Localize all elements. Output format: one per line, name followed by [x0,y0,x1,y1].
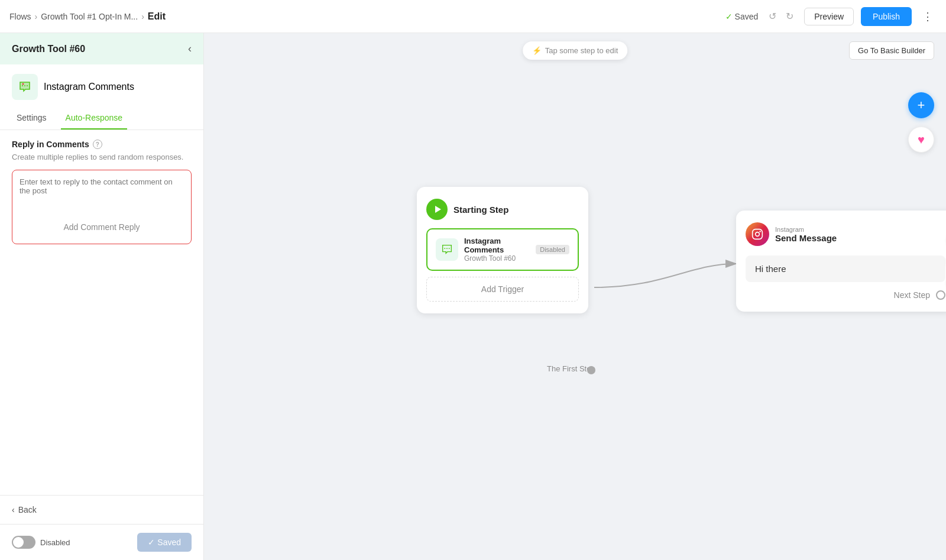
sidebar-footer: Disabled ✓ Saved [0,524,203,560]
saved-indicator: ✓ Saved [725,12,759,21]
starting-step-card: Starting Step Instagram Comments Growth … [417,187,588,313]
send-message-header: Instagram Send Message [746,222,945,246]
sidebar-icon-row: Instagram Comments [0,64,203,100]
svg-point-8 [446,248,448,249]
add-trigger-button[interactable]: Add Trigger [426,277,579,302]
sidebar-tabs: Settings Auto-Response [0,107,203,130]
svg-point-3 [27,85,28,86]
tab-settings[interactable]: Settings [12,107,51,130]
topbar-right: ✓ Saved ↺ ↻ Preview Publish ⋮ [725,7,937,26]
breadcrumb-edit: Edit [148,11,166,22]
toggle-thumb [13,537,24,548]
ig-comments-card[interactable]: Instagram Comments Growth Tool #60 Disab… [426,228,579,271]
back-label: Back [18,505,37,514]
disabled-badge: Disabled [536,245,569,254]
canvas-hint: ⚡ Tap some step to edit [523,41,628,60]
sidebar-header: Growth Tool #60 ‹ [0,33,203,64]
disabled-toggle[interactable] [12,536,35,549]
send-msg-info: Instagram Send Message [775,226,837,243]
more-options-button[interactable]: ⋮ [919,8,937,25]
instagram-comments-label: Instagram Comments [44,82,134,92]
breadcrumb-flows[interactable]: Flows [9,12,31,21]
send-msg-title: Send Message [775,233,837,243]
svg-point-11 [756,232,760,237]
favorite-button[interactable]: ♥ [908,127,934,153]
add-step-fab[interactable]: + [908,92,934,118]
canvas: ⚡ Tap some step to edit Go To Basic Buil… [204,33,946,560]
tap-hint-label: Tap some step to edit [545,46,618,55]
svg-rect-10 [753,229,763,239]
preview-button[interactable]: Preview [804,8,854,25]
svg-point-4 [22,83,24,85]
ig-card-sub: Growth Tool #60 [464,254,530,263]
next-step-row: Next Step [746,290,945,300]
tab-auto-response[interactable]: Auto-Response [61,107,128,130]
play-icon [426,199,448,220]
undo-redo-group: ↺ ↻ [765,8,797,24]
reply-box: Add Comment Reply [12,170,192,244]
help-icon: ? [93,140,102,149]
ig-card-name: Instagram Comments [464,237,530,254]
svg-point-1 [22,85,23,86]
svg-point-2 [24,85,25,86]
next-step-label: Next Step [894,290,930,300]
svg-marker-6 [435,206,441,213]
sidebar: Growth Tool #60 ‹ Instagram Comments Set… [0,33,204,560]
add-comment-reply-button[interactable]: Add Comment Reply [20,218,184,237]
check-icon: ✓ [725,12,733,21]
reply-textarea[interactable] [20,177,184,213]
sidebar-title: Growth Tool #60 [12,44,85,54]
topbar: Flows › Growth Tool #1 Opt-In M... › Edi… [0,0,946,33]
send-message-card[interactable]: Instagram Send Message Hi there Next Ste… [736,211,946,312]
instagram-logo [746,222,769,246]
undo-button[interactable]: ↺ [765,8,780,24]
sidebar-content: Reply in Comments ? Create multiple repl… [0,130,203,495]
breadcrumb-sep2: › [141,12,144,21]
toggle-wrap: Disabled [12,536,70,549]
reply-in-comments-title: Reply in Comments ? [12,140,192,149]
publish-button[interactable]: Publish [861,7,912,26]
save-button[interactable]: ✓ Saved [137,533,192,552]
main-layout: Growth Tool #60 ‹ Instagram Comments Set… [0,33,946,560]
sidebar-close-button[interactable]: ‹ [188,43,192,55]
back-button[interactable]: ‹ Back [0,495,203,524]
svg-point-12 [759,231,761,232]
breadcrumb: Flows › Growth Tool #1 Opt-In M... › Edi… [9,11,166,22]
starting-step-header: Starting Step [426,199,579,220]
message-bubble: Hi there [746,255,945,282]
ig-card-info: Instagram Comments Growth Tool #60 [464,237,530,263]
breadcrumb-sep1: › [35,12,38,21]
breadcrumb-tool[interactable]: Growth Tool #1 Opt-In M... [41,12,138,21]
toggle-label: Disabled [40,538,70,547]
starting-step-title: Starting Step [453,205,508,215]
ig-card-icon [436,238,458,261]
next-step-dot[interactable] [936,290,945,300]
go-basic-builder-button[interactable]: Go To Basic Builder [849,41,934,60]
instagram-comments-icon [12,74,38,100]
lightning-icon: ⚡ [532,46,542,55]
reply-subtitle: Create multiple replies to send random r… [12,153,192,161]
send-msg-sub: Instagram [775,226,837,233]
back-arrow-icon: ‹ [12,505,15,514]
redo-button[interactable]: ↻ [782,8,797,24]
first-step-dot [587,366,595,374]
saved-label: Saved [735,12,759,21]
svg-point-9 [449,248,450,249]
svg-point-7 [444,248,445,249]
